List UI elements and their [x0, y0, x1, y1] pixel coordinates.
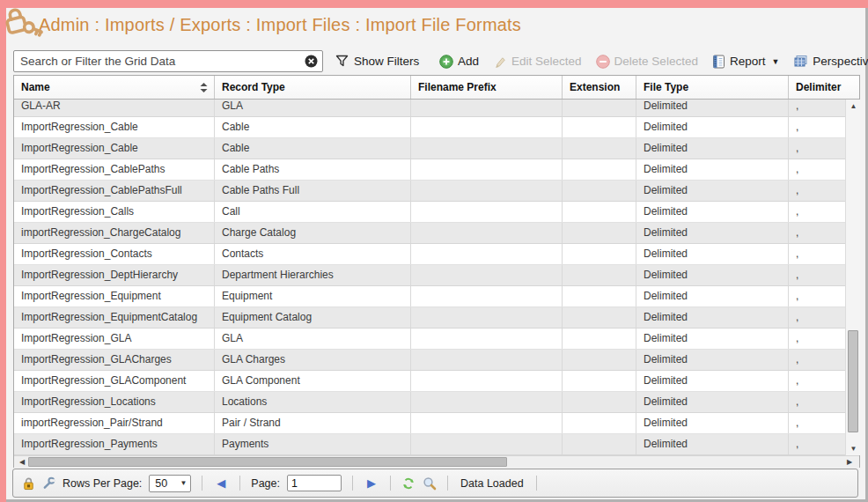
rows-per-page-select[interactable]: 50 ▼: [149, 475, 191, 492]
cell-filename-prefix: [411, 265, 563, 285]
table-row[interactable]: ImportRegression_GLAGLADelimited,: [14, 329, 845, 350]
perspectives-label: Perspectives: [813, 55, 868, 68]
cell-record-type: GLA: [215, 329, 411, 349]
cell-extension: [563, 265, 636, 285]
cell-record-type: Pair / Strand: [215, 413, 411, 433]
grid-body: GLA-ARGLADelimited,ImportRegression_Cabl…: [14, 100, 845, 455]
table-row[interactable]: ImportRegression_CablePathsCable PathsDe…: [14, 159, 845, 181]
cell-filename-prefix: [411, 244, 563, 264]
table-row[interactable]: GLA-ARGLADelimited,: [14, 100, 845, 117]
cell-record-type: GLA Component: [215, 371, 411, 391]
cell-extension: [563, 138, 636, 159]
cell-name: GLA-AR: [14, 100, 215, 116]
cell-extension: [563, 100, 636, 116]
cell-delimiter: ,: [789, 434, 845, 454]
vertical-scrollbar[interactable]: ▲ ▼: [845, 100, 860, 455]
cell-record-type: Equipment Catalog: [215, 307, 411, 328]
column-header-file-type[interactable]: File Type: [636, 76, 789, 99]
next-page-button[interactable]: ▶: [364, 476, 379, 490]
cell-record-type: GLA: [215, 100, 411, 116]
cell-file-type: Delimited: [636, 223, 789, 243]
wrench-icon[interactable]: [42, 476, 55, 490]
perspectives-button[interactable]: Perspectives ▼: [793, 55, 868, 69]
scroll-right-arrow-icon[interactable]: ▶: [843, 456, 856, 468]
page-number-input[interactable]: [287, 475, 342, 491]
prev-page-button[interactable]: ◀: [213, 476, 229, 490]
cell-extension: [563, 329, 636, 349]
cell-extension: [563, 307, 636, 328]
show-filters-button[interactable]: Show Filters: [335, 50, 419, 72]
search-magnifier-icon[interactable]: [423, 476, 437, 491]
column-header-name[interactable]: Name: [14, 76, 215, 99]
page-label: Page:: [251, 477, 280, 490]
cell-record-type: Payments: [215, 434, 411, 454]
scroll-down-arrow-icon[interactable]: ▼: [846, 442, 861, 455]
footer-separator: [390, 476, 391, 491]
footer-separator: [239, 476, 240, 491]
table-row[interactable]: importRegression_ChargeCatalogCharge Cat…: [14, 223, 845, 244]
delete-selected-button[interactable]: Delete Selected: [596, 55, 698, 69]
cell-file-type: Delimited: [636, 371, 789, 391]
search-input[interactable]: [13, 50, 323, 72]
cell-filename-prefix: [411, 350, 563, 370]
table-row[interactable]: ImportRegression_GLAComponentGLA Compone…: [14, 371, 845, 392]
edit-selected-button[interactable]: Edit Selected: [493, 55, 582, 69]
table-row[interactable]: ImportRegression_LocationsLocationsDelim…: [14, 392, 845, 413]
table-row[interactable]: ImportRegression_CablePathsFullCable Pat…: [14, 181, 845, 202]
vertical-scroll-thumb[interactable]: [848, 330, 858, 432]
cell-record-type: Department Hierarchies: [215, 265, 411, 285]
clear-search-icon[interactable]: [305, 55, 318, 68]
select-caret-icon: ▼: [180, 479, 187, 487]
table-row[interactable]: ImportRegression_ContactsContactsDelimit…: [14, 244, 845, 265]
table-row[interactable]: ImportRegression_PaymentsPaymentsDelimit…: [14, 434, 845, 455]
cell-file-type: Delimited: [636, 100, 789, 116]
lock-icon[interactable]: [22, 476, 35, 491]
table-row[interactable]: ImportRegression_EquipmentCatalogEquipme…: [14, 307, 845, 329]
table-row[interactable]: importRegression_Pair/StrandPair / Stran…: [14, 413, 845, 434]
cell-record-type: Locations: [215, 392, 411, 412]
footer-separator: [202, 476, 202, 491]
cell-delimiter: ,: [789, 159, 845, 180]
scroll-up-arrow-icon[interactable]: ▲: [846, 100, 861, 113]
cell-extension: [563, 244, 636, 264]
cell-delimiter: ,: [789, 286, 845, 306]
grid-footer: Rows Per Page: 50 ▼ ◀ Page: ▶: [12, 469, 858, 498]
column-header-extension[interactable]: Extension: [563, 76, 636, 99]
cell-extension: [563, 181, 636, 201]
refresh-icon[interactable]: [401, 476, 416, 491]
perspectives-icon: [793, 55, 808, 69]
cell-extension: [563, 286, 636, 306]
table-row[interactable]: ImportRegression_EquipmentEquipmentDelim…: [14, 286, 845, 307]
table-row[interactable]: ImportRegression_DeptHierarchyDepartment…: [14, 265, 845, 286]
table-row[interactable]: ImportRegression_GLAChargesGLA ChargesDe…: [14, 350, 845, 371]
cell-name: ImportRegression_Calls: [14, 202, 215, 222]
delete-selected-label: Delete Selected: [614, 55, 698, 68]
cell-record-type: Call: [215, 202, 411, 222]
horizontal-scroll-thumb[interactable]: [28, 457, 507, 467]
table-row[interactable]: ImportRegression_CallsCallDelimited,: [14, 202, 845, 223]
pencil-icon: [493, 55, 507, 69]
column-header-record-type[interactable]: Record Type: [215, 76, 411, 99]
horizontal-scrollbar[interactable]: ◀ ▶: [14, 455, 859, 468]
column-header-delimiter[interactable]: Delimiter: [789, 76, 845, 99]
cell-name: ImportRegression_EquipmentCatalog: [14, 307, 215, 328]
cell-file-type: Delimited: [636, 159, 789, 180]
cell-file-type: Delimited: [636, 350, 789, 370]
cell-name: ImportRegression_GLA: [14, 329, 215, 349]
add-button[interactable]: Add: [439, 55, 479, 69]
status-text: Data Loaded: [459, 477, 526, 490]
report-icon: [712, 55, 725, 69]
table-row[interactable]: ImportRegression_CableCableDelimited,: [14, 138, 845, 159]
toolbar-buttons: Add Edit Selected Delete Selec: [439, 50, 864, 72]
cell-file-type: Delimited: [636, 329, 789, 349]
cell-delimiter: ,: [789, 117, 845, 137]
cell-name: ImportRegression_Contacts: [14, 244, 215, 264]
column-header-filename-prefix[interactable]: Filename Prefix: [411, 76, 563, 99]
cell-file-type: Delimited: [636, 181, 789, 201]
report-button[interactable]: Report ▼: [712, 55, 779, 69]
cell-record-type: Equipment: [215, 286, 411, 306]
scroll-left-arrow-icon[interactable]: ◀: [16, 456, 28, 468]
table-row[interactable]: ImportRegression_CableCableDelimited,: [14, 117, 845, 138]
cell-delimiter: ,: [789, 350, 845, 370]
cell-name: ImportRegression_GLACharges: [14, 350, 215, 370]
